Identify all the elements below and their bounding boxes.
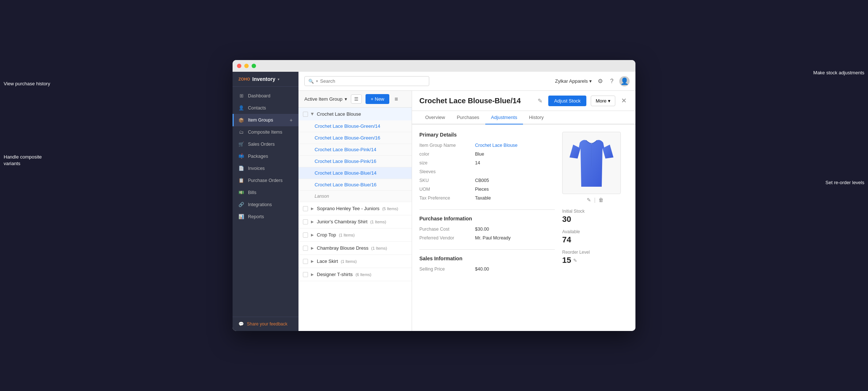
bills-icon: 💵 xyxy=(238,190,244,195)
group-header-designer-tshirts[interactable]: ▶ Designer T-shirts (6 Items) xyxy=(298,268,412,281)
field-value-preferred-vendor: Mr. Paul Mcready xyxy=(475,235,555,241)
search-input[interactable] xyxy=(320,78,425,84)
field-value-color: Blue xyxy=(475,152,555,157)
reports-icon: 📊 xyxy=(238,214,244,219)
list-item-blue16[interactable]: Crochet Lace Blouse-Blue/16 xyxy=(298,179,412,191)
group-header-chambray-shirt[interactable]: ▶ Junior's Chambray Shirt (1 Items) xyxy=(298,215,412,228)
sidebar-item-contacts[interactable]: 👤 Contacts xyxy=(233,102,298,114)
expand-traffic-light[interactable] xyxy=(252,64,256,68)
sidebar-label-contacts: Contacts xyxy=(248,105,266,111)
minimize-traffic-light[interactable] xyxy=(244,64,249,68)
designer-tshirts-badge: (6 Items) xyxy=(356,272,371,277)
group-soprano: ▶ Soprano Henley Tee - Juniors (5 Items) xyxy=(298,202,412,215)
annotation-left2: Handle composite variants xyxy=(4,154,55,167)
detail-edit-icon[interactable]: ✎ xyxy=(536,96,544,106)
adjust-stock-button[interactable]: Adjust Stock xyxy=(548,96,586,106)
list-menu-icon[interactable]: ≡ xyxy=(393,94,399,104)
sidebar-item-purchase-orders[interactable]: 📋 Purchase Orders xyxy=(233,174,298,186)
tab-adjustments[interactable]: Adjustments xyxy=(485,111,523,124)
group-checkbox-lace-skirt[interactable] xyxy=(303,259,308,264)
image-edit-icon[interactable]: ✎ xyxy=(587,197,591,203)
field-label-preferred-vendor: Preferred Vendor xyxy=(419,235,471,241)
group-header-crop-top[interactable]: ▶ Crop Top (1 Items) xyxy=(298,228,412,241)
crochet-sub-items: Crochet Lace Blouse-Green/14 Crochet Lac… xyxy=(298,120,412,202)
group-checkbox-designer-tshirts[interactable] xyxy=(303,272,308,277)
image-delete-icon[interactable]: 🗑 xyxy=(598,197,604,203)
more-btn-label: More xyxy=(596,98,607,104)
sidebar-item-dashboard[interactable]: ⊞ Dashboard xyxy=(233,90,298,102)
group-checkbox-chambray-dress[interactable] xyxy=(303,246,308,251)
shirt-svg xyxy=(570,137,613,189)
search-dropdown-icon[interactable]: ▾ xyxy=(316,79,318,83)
field-value-sku: CB005 xyxy=(475,178,555,183)
group-header-soprano[interactable]: ▶ Soprano Henley Tee - Juniors (5 Items) xyxy=(298,202,412,215)
app-window: ZOHO Inventory ▾ ⊞ Dashboard 👤 Contacts xyxy=(233,60,635,331)
list-item-green16[interactable]: Crochet Lace Blouse-Green/16 xyxy=(298,132,412,144)
group-header-crochet[interactable]: ▶ Crochet Lace Blouse xyxy=(298,108,412,120)
sidebar-item-sales-orders[interactable]: 🛒 Sales Orders xyxy=(233,138,298,150)
user-avatar[interactable]: 👤 xyxy=(619,76,630,86)
chambray-shirt-badge: (1 Items) xyxy=(370,220,386,224)
help-icon[interactable]: ? xyxy=(609,77,615,86)
group-designer-tshirts: ▶ Designer T-shirts (6 Items) xyxy=(298,268,412,281)
title-bar xyxy=(233,60,635,72)
reorder-edit-icon[interactable]: ✎ xyxy=(573,258,577,263)
field-label-purchase-cost: Purchase Cost xyxy=(419,227,471,232)
more-button[interactable]: More ▾ xyxy=(591,96,615,106)
group-checkbox-soprano[interactable] xyxy=(303,206,308,211)
settings-icon[interactable]: ⚙ xyxy=(596,76,604,86)
close-detail-button[interactable]: ✕ xyxy=(620,95,628,106)
list-item-blue14[interactable]: Crochet Lace Blouse-Blue/14 xyxy=(298,167,412,179)
group-checkbox-chambray-shirt[interactable] xyxy=(303,219,308,224)
feedback-label: Share your feedback xyxy=(247,321,288,327)
company-selector[interactable]: Zylkar Apparels ▾ xyxy=(555,78,592,84)
tab-purchases[interactable]: Purchases xyxy=(451,111,485,124)
group-name-chambray-dress: Chambray Blouse Dress (1 Items) xyxy=(317,245,407,251)
chambray-dress-badge: (1 Items) xyxy=(371,246,387,250)
sidebar-item-item-groups[interactable]: 📦 Item Groups + xyxy=(233,114,298,126)
group-chevron-chambray-dress: ▶ xyxy=(311,246,314,250)
tab-overview[interactable]: Overview xyxy=(419,111,451,124)
field-label-tax-pref: Tax Preference xyxy=(419,196,471,201)
sidebar-item-packages[interactable]: 📫 Packages xyxy=(233,150,298,162)
composite-items-icon: 🗂 xyxy=(238,130,244,135)
soprano-badge: (5 Items) xyxy=(382,206,398,211)
feedback-link[interactable]: 💬 Share your feedback xyxy=(233,317,298,331)
add-item-group-icon[interactable]: + xyxy=(290,117,293,123)
close-traffic-light[interactable] xyxy=(237,64,241,68)
app-dropdown-icon[interactable]: ▾ xyxy=(278,77,279,81)
list-item-pink16[interactable]: Crochet Lace Blouse-Pink/16 xyxy=(298,156,412,167)
sidebar-item-bills[interactable]: 💵 Bills xyxy=(233,186,298,198)
lace-skirt-badge: (1 Items) xyxy=(341,259,356,264)
group-header-lace-skirt[interactable]: ▶ Lace Skirt (1 Items) xyxy=(298,255,412,268)
available-stock-value: 74 xyxy=(562,235,628,245)
field-value-sleeves xyxy=(475,169,555,174)
detail-header: Crochet Lace Blouse-Blue/14 ✎ Adjust Sto… xyxy=(412,91,635,111)
sidebar-item-composite-items[interactable]: 🗂 Composite Items xyxy=(233,126,298,138)
group-chevron-crop-top: ▶ xyxy=(311,233,314,237)
field-label-sleeves: Sleeves xyxy=(419,169,471,174)
packages-icon: 📫 xyxy=(238,153,244,159)
sidebar-item-reports[interactable]: 📊 Reports xyxy=(233,211,298,223)
more-btn-chevron: ▾ xyxy=(608,98,611,104)
group-chevron-crochet: ▶ xyxy=(311,113,315,116)
sidebar-item-invoices[interactable]: 📄 Invoices xyxy=(233,162,298,174)
list-item-pink14[interactable]: Crochet Lace Blouse-Pink/14 xyxy=(298,144,412,156)
sidebar-label-dashboard: Dashboard xyxy=(248,93,270,98)
group-header-chambray-dress[interactable]: ▶ Chambray Blouse Dress (1 Items) xyxy=(298,242,412,254)
available-stock-label: Available xyxy=(562,229,628,234)
reorder-level-value: 15 xyxy=(562,256,571,265)
field-value-item-group[interactable]: Crochet Lace Blouse xyxy=(475,143,555,148)
detail-info: Primary Details Item Group Name Crochet … xyxy=(419,132,555,280)
tab-history[interactable]: History xyxy=(523,111,549,124)
list-item-green14[interactable]: Crochet Lace Blouse-Green/14 xyxy=(298,120,412,132)
zoho-logo: ZOHO xyxy=(238,77,250,81)
filter-button[interactable]: ☰ xyxy=(351,94,362,104)
group-checkbox-crop-top[interactable] xyxy=(303,232,308,238)
group-checkbox-crochet[interactable] xyxy=(303,112,308,117)
annotation-right1: Make stock adjustments xyxy=(813,70,864,76)
content-area: 🔍 ▾ Zylkar Apparels ▾ ⚙ ? 👤 xyxy=(298,72,635,331)
active-group-dropdown[interactable]: Active Item Group ▾ xyxy=(304,96,347,102)
new-button[interactable]: + New xyxy=(366,94,389,104)
sidebar-item-integrations[interactable]: 🔗 Integrations xyxy=(233,198,298,211)
